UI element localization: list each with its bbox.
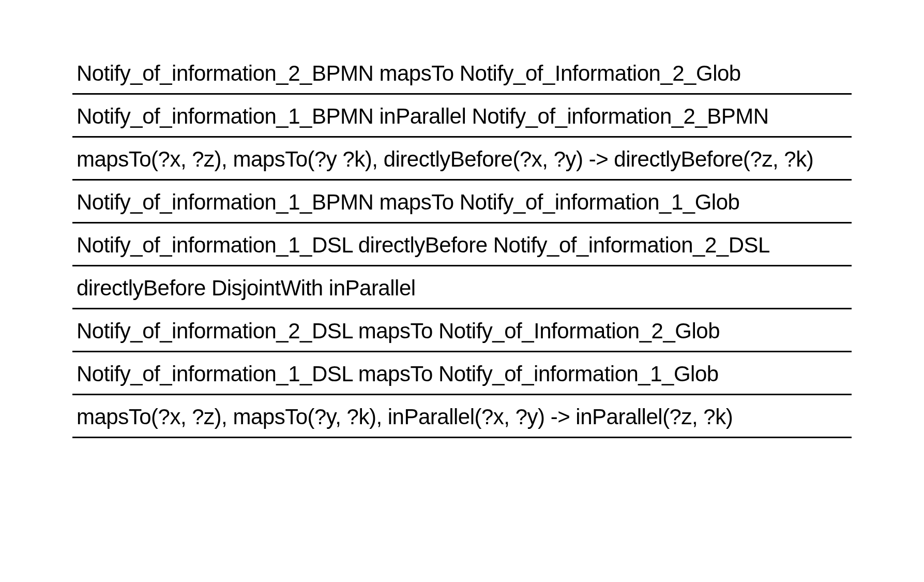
table-row: Notify_of_information_1_BPMN inParallel … xyxy=(72,95,852,138)
table-row: Notify_of_information_1_DSL directlyBefo… xyxy=(72,223,852,266)
rules-table: Notify_of_information_2_BPMN mapsTo Noti… xyxy=(72,52,852,438)
table-row: mapsTo(?x, ?z), mapsTo(?y, ?k), inParall… xyxy=(72,395,852,438)
table-row: Notify_of_information_1_BPMN mapsTo Noti… xyxy=(72,181,852,223)
table-row: mapsTo(?x, ?z), mapsTo(?y ?k), directlyB… xyxy=(72,138,852,181)
table-row: Notify_of_information_1_DSL mapsTo Notif… xyxy=(72,352,852,395)
table-row: directlyBefore DisjointWith inParallel xyxy=(72,266,852,309)
table-row: Notify_of_information_2_DSL mapsTo Notif… xyxy=(72,309,852,352)
table-row: Notify_of_information_2_BPMN mapsTo Noti… xyxy=(72,52,852,95)
